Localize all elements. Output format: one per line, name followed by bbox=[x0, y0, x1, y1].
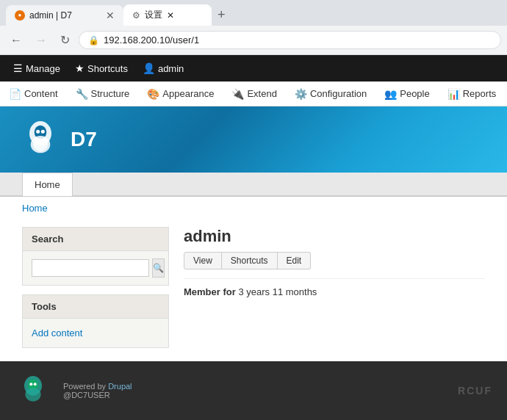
tools-block-title: Tools bbox=[23, 295, 168, 319]
member-info: Member for 3 years 11 months bbox=[184, 278, 485, 297]
tools-block-content: Add content bbox=[23, 319, 168, 347]
view-tab[interactable]: View bbox=[184, 252, 222, 269]
shortcuts-label: Shortcuts bbox=[87, 63, 128, 74]
sidebar: Search 🔍 Tools Add content bbox=[22, 227, 169, 357]
user-icon: 👤 bbox=[143, 62, 155, 74]
footer-watermark: RCUF bbox=[458, 385, 492, 397]
search-block-content: 🔍 bbox=[23, 251, 168, 285]
nav-appearance[interactable]: 🎨 Appearance bbox=[138, 82, 223, 106]
tools-block: Tools Add content bbox=[22, 294, 169, 348]
user-content: admin View Shortcuts Edit Member for 3 y… bbox=[184, 227, 485, 357]
search-form: 🔍 bbox=[32, 258, 159, 278]
home-tab[interactable]: Home bbox=[22, 173, 73, 196]
add-content-link[interactable]: Add content bbox=[32, 326, 159, 340]
search-input[interactable] bbox=[32, 259, 149, 277]
browser-toolbar: ← → ↻ 🔒 192.168.200.10/user/1 bbox=[0, 26, 507, 54]
back-button[interactable]: ← bbox=[6, 31, 26, 50]
edit-tab[interactable]: Edit bbox=[278, 252, 312, 269]
url-display: 192.168.200.10/user/1 bbox=[104, 35, 492, 46]
active-tab[interactable]: ● admin | D7 ✕ bbox=[6, 5, 123, 26]
close-tab-button[interactable]: ✕ bbox=[106, 10, 115, 21]
reports-icon: 📊 bbox=[447, 88, 460, 100]
footer-powered-by: Powered by Drupal bbox=[63, 382, 132, 391]
settings-tab-title: 设置 bbox=[145, 9, 162, 21]
drupal-logo bbox=[22, 121, 59, 158]
nav-extend[interactable]: 🔌 Extend bbox=[223, 82, 285, 106]
appearance-icon: 🎨 bbox=[147, 88, 159, 100]
user-label: admin bbox=[158, 63, 184, 74]
close-settings-tab-button[interactable]: ✕ bbox=[167, 10, 174, 21]
manage-menu-item[interactable]: ☰ Manage bbox=[6, 55, 68, 82]
footer-handle: @DC7USER bbox=[63, 391, 132, 399]
footer-logo bbox=[15, 376, 51, 405]
site-header: D7 bbox=[0, 106, 507, 173]
drupal-link[interactable]: Drupal bbox=[108, 382, 132, 391]
tab-title: admin | D7 bbox=[29, 10, 101, 21]
people-icon: 👥 bbox=[384, 88, 397, 100]
content-icon: 📄 bbox=[9, 88, 21, 100]
settings-tab[interactable]: ⚙ 设置 ✕ bbox=[123, 4, 212, 26]
nav-reports[interactable]: 📊 Reports bbox=[439, 82, 506, 106]
member-for-value: 3 years 11 months bbox=[238, 286, 317, 297]
user-name: admin bbox=[184, 227, 485, 246]
configuration-icon: ⚙️ bbox=[295, 88, 307, 100]
shortcuts-tab[interactable]: Shortcuts bbox=[222, 252, 278, 269]
footer-info: Powered by Drupal @DC7USER bbox=[63, 382, 132, 399]
extend-icon: 🔌 bbox=[231, 88, 244, 100]
nav-reports-label: Reports bbox=[463, 88, 497, 99]
star-icon: ★ bbox=[75, 62, 84, 74]
user-tabs: View Shortcuts Edit bbox=[184, 252, 485, 269]
browser-tabs: ● admin | D7 ✕ ⚙ 设置 ✕ + bbox=[0, 0, 507, 26]
manage-label: Manage bbox=[26, 63, 60, 74]
browser-chrome: ● admin | D7 ✕ ⚙ 设置 ✕ + ← → ↻ 🔒 192.168.… bbox=[0, 0, 507, 55]
svg-point-9 bbox=[25, 388, 40, 402]
address-bar[interactable]: 🔒 192.168.200.10/user/1 bbox=[79, 31, 501, 49]
nav-people-label: People bbox=[400, 88, 429, 99]
structure-icon: 🔧 bbox=[76, 88, 88, 100]
favicon: ● bbox=[15, 10, 25, 21]
nav-content-label: Content bbox=[24, 88, 58, 99]
nav-appearance-label: Appearance bbox=[162, 88, 214, 99]
forward-button[interactable]: → bbox=[31, 31, 51, 50]
svg-point-3 bbox=[41, 130, 45, 134]
reload-button[interactable]: ↻ bbox=[56, 30, 74, 50]
drupal-admin-bar: ☰ Manage ★ Shortcuts 👤 admin bbox=[0, 55, 507, 82]
drupal-nav: 📄 Content 🔧 Structure 🎨 Appearance 🔌 Ext… bbox=[0, 82, 507, 106]
nav-people[interactable]: 👥 People bbox=[375, 82, 438, 106]
hamburger-icon: ☰ bbox=[13, 62, 23, 74]
nav-extend-label: Extend bbox=[247, 88, 276, 99]
svg-point-8 bbox=[34, 383, 37, 385]
gear-icon: ⚙ bbox=[132, 10, 140, 21]
search-block: Search 🔍 bbox=[22, 227, 169, 286]
nav-structure[interactable]: 🔧 Structure bbox=[67, 82, 139, 106]
new-tab-button[interactable]: + bbox=[215, 4, 229, 26]
nav-configuration[interactable]: ⚙️ Configuration bbox=[286, 82, 375, 106]
search-submit-button[interactable]: 🔍 bbox=[152, 258, 165, 278]
user-menu-item[interactable]: 👤 admin bbox=[135, 55, 191, 82]
breadcrumb: Home bbox=[0, 197, 507, 220]
shortcuts-menu-item[interactable]: ★ Shortcuts bbox=[68, 55, 135, 82]
site-title: D7 bbox=[71, 128, 97, 151]
search-block-title: Search bbox=[23, 228, 168, 251]
nav-structure-label: Structure bbox=[91, 88, 130, 99]
member-for-label: Member for bbox=[184, 286, 236, 297]
home-tab-bar: Home bbox=[0, 173, 507, 197]
nav-configuration-label: Configuration bbox=[310, 88, 367, 99]
svg-point-2 bbox=[36, 130, 40, 134]
lock-icon: 🔒 bbox=[88, 35, 99, 46]
home-breadcrumb-link[interactable]: Home bbox=[22, 203, 48, 214]
nav-content[interactable]: 📄 Content bbox=[0, 82, 67, 106]
main-content: Search 🔍 Tools Add content admin View Sh… bbox=[0, 220, 507, 364]
footer: Powered by Drupal @DC7USER RCUF bbox=[0, 361, 507, 420]
svg-point-7 bbox=[29, 383, 32, 385]
